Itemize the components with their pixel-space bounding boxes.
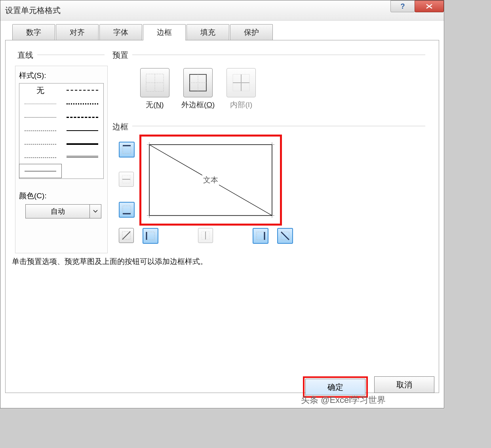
group-label-line: 直线	[17, 50, 33, 61]
line-style-list[interactable]: 无	[19, 83, 104, 179]
preset-none[interactable]: 无(N)	[140, 68, 169, 110]
color-dropdown[interactable]: 自动	[25, 204, 101, 218]
style-item[interactable]	[61, 124, 103, 137]
close-icon	[426, 4, 433, 9]
preset-inside-icon	[226, 68, 256, 97]
close-button[interactable]	[415, 0, 444, 12]
preset-inside[interactable]: 内部(I)	[226, 68, 256, 110]
border-vmid-button[interactable]	[198, 228, 213, 243]
style-item[interactable]	[19, 151, 61, 164]
group-label-preset: 预置	[112, 50, 128, 61]
help-button[interactable]: ?	[390, 0, 415, 12]
tab-fill[interactable]: 填充	[187, 24, 229, 40]
style-none[interactable]: 无	[36, 85, 44, 96]
border-left-button[interactable]	[143, 228, 158, 244]
border-hmid-button[interactable]	[119, 172, 134, 187]
svg-line-26	[122, 232, 130, 239]
divider	[132, 126, 425, 126]
tab-number[interactable]: 数字	[12, 24, 55, 40]
dialog-window: 设置单元格格式 ? 数字 对齐 字体 边框 填充 保护 直线 样式(S): 无	[0, 0, 444, 408]
style-item[interactable]	[19, 124, 61, 137]
border-diag-up-button[interactable]	[119, 228, 134, 243]
svg-rect-27	[147, 232, 154, 240]
border-top-button[interactable]	[119, 142, 135, 158]
title-bar: 设置单元格格式 ?	[0, 0, 444, 21]
border-bottom-button[interactable]	[119, 202, 135, 218]
cancel-button[interactable]: 取消	[374, 376, 434, 393]
style-item[interactable]	[61, 110, 103, 124]
style-item-selected[interactable]	[19, 164, 61, 178]
ok-button[interactable]: 确定	[305, 379, 365, 395]
group-label-border: 边框	[112, 121, 128, 132]
chevron-down-icon	[89, 205, 101, 218]
color-label: 颜色(C):	[19, 191, 47, 201]
preset-outline[interactable]: 外边框(O)	[181, 68, 215, 110]
border-preview[interactable]: 文本	[147, 142, 274, 218]
border-diag-down-button[interactable]	[277, 228, 293, 244]
tab-font[interactable]: 字体	[99, 24, 142, 40]
style-item[interactable]	[19, 97, 61, 110]
style-item[interactable]	[19, 110, 61, 124]
border-preview-highlight: 文本	[139, 135, 282, 226]
style-item[interactable]	[61, 137, 103, 151]
svg-rect-13	[123, 206, 131, 214]
tab-protect[interactable]: 保护	[230, 24, 273, 40]
color-value: 自动	[26, 207, 89, 216]
preset-outline-icon	[183, 68, 213, 97]
tab-strip: 数字 对齐 字体 边框 填充 保护	[12, 24, 439, 40]
border-right-button[interactable]	[253, 228, 268, 244]
style-item[interactable]	[61, 151, 103, 164]
divider	[132, 55, 425, 55]
preset-none-icon	[140, 68, 169, 97]
watermark-text: 头条 @Excel学习世界	[301, 394, 386, 406]
svg-rect-9	[123, 146, 131, 154]
svg-line-34	[281, 232, 289, 240]
divider	[37, 55, 105, 55]
svg-rect-31	[257, 232, 265, 240]
tab-align[interactable]: 对齐	[56, 24, 99, 40]
style-item[interactable]	[61, 84, 103, 97]
window-title: 设置单元格格式	[5, 5, 61, 16]
tab-border[interactable]: 边框	[143, 24, 186, 40]
style-item[interactable]	[61, 97, 103, 110]
style-label: 样式(S):	[19, 70, 46, 81]
hint-text: 单击预置选项、预览草图及上面的按钮可以添加边框样式。	[12, 256, 207, 267]
tab-page-border: 直线 样式(S): 无	[5, 40, 439, 393]
preview-text: 文本	[202, 175, 219, 185]
client-area: 数字 对齐 字体 边框 填充 保护 直线 样式(S): 无	[5, 24, 439, 403]
style-item[interactable]	[19, 137, 61, 151]
